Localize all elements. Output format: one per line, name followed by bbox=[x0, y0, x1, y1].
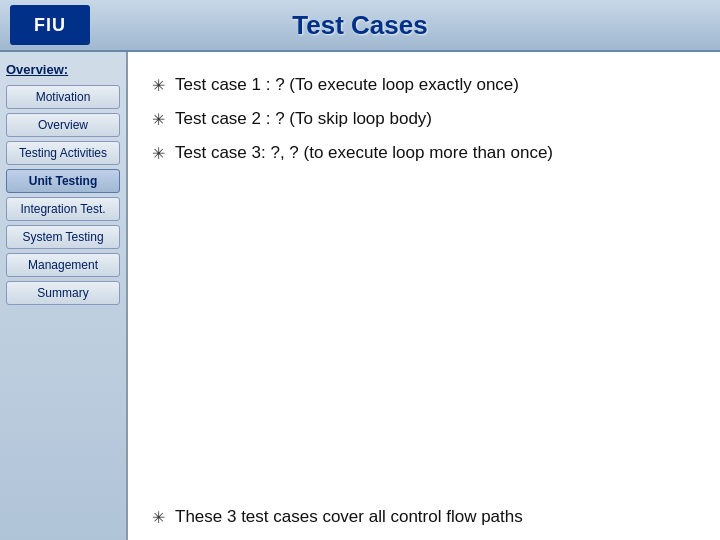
sidebar-item-testing-activities[interactable]: Testing Activities bbox=[6, 141, 120, 165]
list-item: ✳ Test case 2 : ? (To skip loop body) bbox=[152, 106, 696, 132]
page-header: FIU Test Cases bbox=[0, 0, 720, 52]
logo-area: FIU bbox=[10, 5, 90, 45]
logo-text: FIU bbox=[34, 15, 66, 36]
bullet-star-2: ✳ bbox=[152, 108, 165, 132]
logo-box: FIU bbox=[10, 5, 90, 45]
bottom-bullet-text: These 3 test cases cover all control flo… bbox=[175, 504, 696, 530]
bullet-text-3: Test case 3: ?, ? (to execute loop more … bbox=[175, 140, 696, 166]
content-area: ✳ Test case 1 : ? (To execute loop exact… bbox=[128, 52, 720, 540]
sidebar-item-overview[interactable]: Overview bbox=[6, 113, 120, 137]
bullet-text-2: Test case 2 : ? (To skip loop body) bbox=[175, 106, 696, 132]
sidebar-item-integration-test[interactable]: Integration Test. bbox=[6, 197, 120, 221]
page-title: Test Cases bbox=[292, 10, 427, 41]
sidebar-item-motivation[interactable]: Motivation bbox=[6, 85, 120, 109]
sidebar: Overview: Motivation Overview Testing Ac… bbox=[0, 52, 128, 540]
list-item: ✳ Test case 3: ?, ? (to execute loop mor… bbox=[152, 140, 696, 166]
bullet-star-1: ✳ bbox=[152, 74, 165, 98]
bullet-section: ✳ Test case 1 : ? (To execute loop exact… bbox=[152, 72, 696, 166]
sidebar-overview-label: Overview: bbox=[6, 62, 120, 77]
bullet-star-3: ✳ bbox=[152, 142, 165, 166]
sidebar-item-unit-testing[interactable]: Unit Testing bbox=[6, 169, 120, 193]
sidebar-item-summary[interactable]: Summary bbox=[6, 281, 120, 305]
list-item: ✳ Test case 1 : ? (To execute loop exact… bbox=[152, 72, 696, 98]
main-layout: Overview: Motivation Overview Testing Ac… bbox=[0, 52, 720, 540]
sidebar-item-system-testing[interactable]: System Testing bbox=[6, 225, 120, 249]
bullet-star-4: ✳ bbox=[152, 506, 165, 530]
sidebar-item-management[interactable]: Management bbox=[6, 253, 120, 277]
bullet-text-1: Test case 1 : ? (To execute loop exactly… bbox=[175, 72, 696, 98]
bottom-section: ✳ These 3 test cases cover all control f… bbox=[152, 504, 696, 530]
